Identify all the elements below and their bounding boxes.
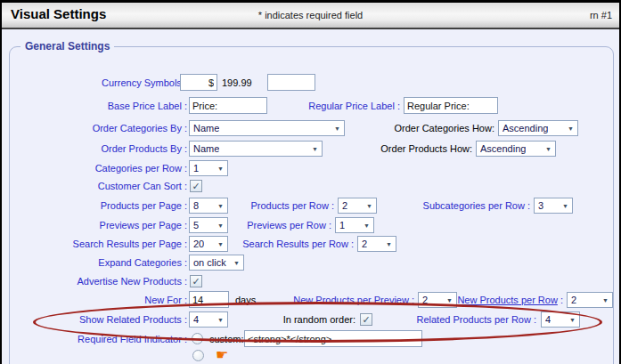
regular-price-input[interactable]: [404, 97, 498, 114]
advertise-new-products-label: Advertise New Products :: [20, 272, 187, 290]
row-price-labels: Base Price Label : Regular Price Label :: [2, 97, 621, 115]
new-products-per-row-link[interactable]: New Products per Row: [457, 295, 558, 305]
in-random-order-label: In random order:: [260, 311, 355, 328]
products-per-page-label: Products per Page :: [20, 197, 187, 214]
chevron-down-icon: ▼: [540, 146, 552, 152]
order-products-how-label: Order Products How:: [340, 140, 472, 158]
expand-categories-label: Expand Categories :: [20, 254, 187, 271]
order-products-how-select[interactable]: Ascending ▼: [476, 141, 556, 157]
custom-indicator-input[interactable]: [244, 330, 422, 347]
chevron-down-icon: ▼: [361, 203, 372, 209]
in-random-order-checkbox[interactable]: ✓: [360, 313, 372, 326]
base-price-label: Base Price Label :: [20, 97, 187, 115]
revision-label: rn #1: [590, 10, 612, 20]
categories-per-row-select[interactable]: 1 ▼: [189, 160, 228, 176]
chevron-down-icon: ▼: [228, 260, 240, 266]
chevron-down-icon: ▼: [306, 146, 318, 152]
check-icon: ✓: [192, 276, 200, 287]
previews-per-page-select[interactable]: 5 ▼: [189, 217, 228, 233]
subcategories-per-row-label: Subcategories per Row :: [385, 197, 530, 214]
categories-per-row-label: Categories per Row :: [20, 159, 187, 177]
row-indicator-arrow-option: ➤: [2, 360, 621, 364]
new-products-per-row-label: New Products per Row :: [443, 291, 563, 309]
row-previews: Previews per Page : 5 ▼ Previews per Row…: [2, 216, 621, 234]
chevron-down-icon: ▼: [212, 222, 224, 229]
previews-per-row-label: Previews per Row :: [225, 216, 331, 234]
custom-option-label: custom:: [209, 330, 244, 348]
new-for-input[interactable]: [189, 291, 229, 308]
order-categories-by-label: Order Categories By :: [20, 119, 187, 137]
row-show-related-products: Show Related Products : 4 ▼ In random or…: [2, 311, 621, 328]
customer-can-sort-label: Customer Can Sort :: [20, 177, 187, 195]
order-categories-how-select[interactable]: Ascending ▼: [498, 120, 578, 136]
chevron-down-icon: ▼: [557, 203, 568, 209]
red-arrow-icon: ➤: [212, 360, 228, 364]
chevron-down-icon: ▼: [562, 125, 574, 132]
show-related-products-label: Show Related Products :: [20, 311, 187, 328]
visual-settings-window: Visual Settings * indicates required fie…: [0, 0, 621, 364]
currency-symbols-label: Currency Symbols :: [20, 74, 187, 92]
new-for-days-suffix: days: [235, 291, 256, 309]
row-search-results: Search Results per Page : 20 ▼ Search Re…: [2, 235, 621, 253]
search-results-per-page-label: Search Results per Page :: [20, 235, 187, 253]
check-icon: ✓: [192, 181, 200, 191]
products-per-row-select[interactable]: 2 ▼: [338, 198, 377, 214]
row-categories-per-row: Categories per Row : 1 ▼: [2, 159, 621, 177]
row-customer-can-sort: Customer Can Sort : ✓: [2, 177, 621, 195]
customer-can-sort-checkbox[interactable]: ✓: [190, 180, 202, 192]
sample-price-text: 199.99: [222, 74, 252, 92]
row-new-products: New For : days New Products per Preview …: [2, 291, 621, 309]
subcategories-per-row-select[interactable]: 3 ▼: [534, 198, 573, 214]
check-icon: ✓: [362, 314, 370, 325]
window-header: Visual Settings * indicates required fie…: [2, 3, 619, 29]
products-per-row-label: Products per Row :: [225, 197, 334, 214]
chevron-down-icon: ▼: [212, 203, 224, 209]
chevron-down-icon: ▼: [358, 222, 370, 229]
currency-left-symbol-input[interactable]: [180, 74, 217, 91]
new-for-label: New For :: [20, 291, 187, 309]
previews-per-page-label: Previews per Page :: [20, 216, 187, 234]
row-currency-symbols: Currency Symbols : 199.99: [2, 74, 621, 92]
order-products-by-label: Order Products By :: [20, 140, 187, 158]
order-products-by-select[interactable]: Name ▼: [189, 141, 323, 157]
row-products: Products per Page : 8 ▼ Products per Row…: [2, 197, 621, 214]
row-order-products: Order Products By : Name ▼ Order Product…: [2, 140, 621, 158]
chevron-down-icon: ▼: [329, 125, 340, 132]
custom-indicator-radio[interactable]: [192, 333, 203, 344]
search-results-per-page-select[interactable]: 20 ▼: [189, 236, 228, 252]
chevron-down-icon: ▼: [597, 297, 609, 303]
required-field-note: * indicates required field: [2, 10, 619, 20]
row-advertise-new-products: Advertise New Products : ✓: [2, 272, 621, 290]
search-results-per-row-select[interactable]: 2 ▼: [357, 236, 396, 252]
previews-per-row-select[interactable]: 1 ▼: [335, 217, 374, 233]
chevron-down-icon: ▼: [564, 317, 576, 323]
row-order-categories: Order Categories By : Name ▼ Order Categ…: [2, 119, 621, 137]
chevron-down-icon: ▼: [380, 241, 392, 247]
currency-right-symbol-input[interactable]: [267, 74, 315, 91]
related-products-per-row-select[interactable]: 4 ▼: [541, 311, 580, 328]
row-required-field-indicator: Required Field Indicator : custom:: [2, 330, 621, 348]
search-results-per-row-label: Search Results per Row :: [225, 235, 354, 253]
chevron-down-icon: ▼: [212, 166, 224, 172]
row-expand-categories: Expand Categories : on click ▼: [2, 254, 621, 271]
related-products-per-row-label: Related Products per Row :: [394, 311, 536, 328]
show-related-products-select[interactable]: 4 ▼: [189, 311, 228, 328]
order-categories-by-select[interactable]: Name ▼: [189, 120, 345, 136]
chevron-down-icon: ▼: [212, 317, 224, 323]
general-settings-legend: General Settings: [20, 40, 114, 53]
order-categories-how-label: Order Categories How:: [358, 119, 494, 137]
new-products-per-row-select[interactable]: 2 ▼: [567, 292, 613, 308]
products-per-page-select[interactable]: 8 ▼: [189, 198, 228, 214]
regular-price-label: Regular Price Label :: [269, 97, 400, 115]
chevron-down-icon: ▼: [212, 241, 224, 247]
expand-categories-select[interactable]: on click ▼: [189, 255, 244, 271]
new-products-per-preview-label: New Products per Preview :: [269, 291, 414, 309]
base-price-input[interactable]: [189, 97, 267, 114]
required-field-indicator-label: Required Field Indicator :: [20, 330, 187, 348]
advertise-new-products-checkbox[interactable]: ✓: [190, 275, 202, 287]
